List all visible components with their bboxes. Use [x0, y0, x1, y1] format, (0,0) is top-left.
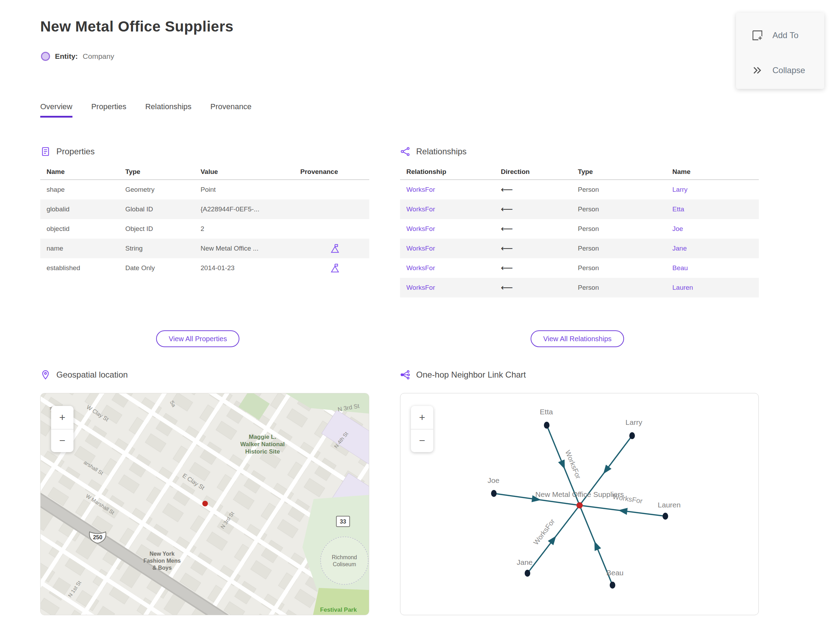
relationship-link[interactable]: WorksFor	[400, 225, 495, 233]
property-provenance	[294, 243, 369, 254]
related-entity-type: Person	[571, 264, 666, 272]
property-type: Object ID	[119, 225, 194, 233]
svg-text:33: 33	[340, 519, 346, 525]
related-entity-type: Person	[571, 225, 666, 233]
add-to-icon	[751, 29, 764, 41]
route-shield: 33	[336, 516, 350, 527]
tab-provenance[interactable]: Provenance	[210, 102, 251, 118]
property-type: String	[119, 245, 194, 252]
properties-section-title: Properties	[56, 146, 94, 156]
edge-arrowhead	[591, 540, 601, 551]
collapse-label: Collapse	[772, 65, 805, 75]
column-header: Provenance	[294, 168, 369, 176]
provenance-flag-icon[interactable]	[330, 263, 340, 273]
column-header: Type	[119, 168, 194, 176]
view-all-properties-button[interactable]: View All Properties	[156, 331, 239, 347]
edge-arrowhead	[601, 465, 612, 476]
chevrons-right-icon	[751, 64, 764, 76]
column-header: Type	[571, 168, 666, 176]
node-jane[interactable]	[525, 570, 530, 577]
entity-row: Entity: Company	[41, 52, 114, 61]
relationships-table-header: RelationshipDirectionTypeName	[400, 164, 759, 180]
node-lauren[interactable]	[663, 513, 668, 520]
map-zoom-control: + −	[51, 406, 73, 452]
direction-arrow: ⟵	[495, 263, 571, 273]
map-label: Maggie L.	[249, 434, 276, 440]
related-entity-link[interactable]: Jane	[666, 245, 759, 252]
chart-zoom-out-button[interactable]: −	[411, 429, 433, 453]
tab-properties[interactable]: Properties	[91, 102, 126, 118]
relationship-link[interactable]: WorksFor	[400, 245, 495, 252]
geospatial-section-title: Geospatial location	[56, 370, 128, 380]
map-label: Coliseum	[333, 561, 356, 567]
property-name: globalid	[40, 205, 119, 213]
node-larry[interactable]	[629, 432, 635, 439]
node-label: Jane	[517, 558, 533, 566]
relationship-link[interactable]: WorksFor	[400, 186, 495, 194]
node-label: Beau	[606, 569, 624, 577]
map-label: Walker National	[240, 441, 285, 448]
map-label: New York	[150, 551, 175, 557]
column-header: Value	[194, 168, 294, 176]
relationship-link[interactable]: WorksFor	[400, 284, 495, 291]
related-entity-link[interactable]: Larry	[666, 186, 759, 194]
node-beau[interactable]	[610, 582, 615, 589]
relationships-table: RelationshipDirectionTypeName WorksFor⟵P…	[400, 164, 759, 297]
property-type: Geometry	[119, 186, 194, 194]
svg-text:250: 250	[93, 534, 103, 540]
related-entity-link[interactable]: Joe	[666, 225, 759, 233]
node-etta[interactable]	[544, 422, 549, 429]
node-label: Etta	[540, 408, 553, 416]
add-to-button[interactable]: Add To	[736, 23, 824, 48]
related-entity-type: Person	[571, 186, 666, 194]
map-canvas[interactable]: 25033 k RdW Clay StSaarshall StW Marshal…	[40, 393, 369, 615]
property-row: nameStringNew Metal Office ...	[40, 238, 369, 258]
provenance-flag-icon[interactable]	[330, 243, 340, 254]
property-row: globalidGlobal ID{A228944F-0EF5-...	[40, 199, 369, 219]
tab-overview[interactable]: Overview	[40, 102, 72, 118]
column-header: Direction	[495, 168, 571, 176]
relationship-link[interactable]: WorksFor	[400, 205, 495, 213]
property-row: shapeGeometryPoint	[40, 180, 369, 199]
properties-icon	[40, 146, 51, 157]
center-node-label: New Metal Office Suppliers	[536, 490, 624, 498]
link-chart-canvas[interactable]: EttaLarryJoeLaurenJaneBeauWorksForWorksF…	[400, 393, 759, 615]
geospatial-section-header: Geospatial location	[40, 370, 128, 380]
map-zoom-out-button[interactable]: −	[51, 429, 73, 453]
relationship-link[interactable]: WorksFor	[400, 264, 495, 272]
relationship-row: WorksFor⟵PersonBeau	[400, 258, 759, 278]
properties-table: NameTypeValueProvenance shapeGeometryPoi…	[40, 164, 369, 278]
property-value: 2014-01-23	[194, 264, 294, 272]
property-value: {A228944F-0EF5-...	[194, 205, 294, 213]
tab-relationships[interactable]: Relationships	[145, 102, 191, 118]
direction-arrow: ⟵	[495, 204, 571, 214]
page-title: New Metal Office Suppliers	[40, 18, 234, 35]
related-entity-type: Person	[571, 205, 666, 213]
chart-zoom-in-button[interactable]: +	[411, 406, 433, 429]
column-header: Name	[666, 168, 759, 176]
related-entity-link[interactable]: Etta	[666, 205, 759, 213]
view-all-relationships-button[interactable]: View All Relationships	[531, 331, 624, 347]
map-zoom-in-button[interactable]: +	[51, 406, 73, 429]
relationships-section-title: Relationships	[416, 146, 466, 156]
node-joe[interactable]	[491, 490, 496, 497]
basemap: 25033 k RdW Clay StSaarshall StW Marshal…	[41, 393, 369, 615]
entity-type-value: Company	[83, 52, 114, 60]
direction-arrow: ⟵	[495, 224, 571, 234]
node-label: Joe	[488, 476, 500, 484]
map-label: Richmond	[332, 554, 357, 560]
relationship-row: WorksFor⟵PersonEtta	[400, 199, 759, 219]
relationship-row: WorksFor⟵PersonLauren	[400, 278, 759, 297]
node-center[interactable]	[576, 502, 583, 509]
link-chart-section-header: One-hop Neighbor Link Chart	[400, 370, 526, 380]
related-entity-link[interactable]: Lauren	[666, 284, 759, 291]
add-to-label: Add To	[772, 30, 799, 40]
collapse-button[interactable]: Collapse	[736, 58, 824, 83]
relationships-section-header: Relationships	[400, 146, 466, 157]
direction-arrow: ⟵	[495, 283, 571, 292]
relationship-row: WorksFor⟵PersonLarry	[400, 180, 759, 199]
related-entity-link[interactable]: Beau	[666, 264, 759, 272]
entity-overview-page: New Metal Office Suppliers Entity: Compa…	[0, 0, 840, 639]
property-value: New Metal Office ...	[194, 245, 294, 252]
related-entity-type: Person	[571, 245, 666, 252]
